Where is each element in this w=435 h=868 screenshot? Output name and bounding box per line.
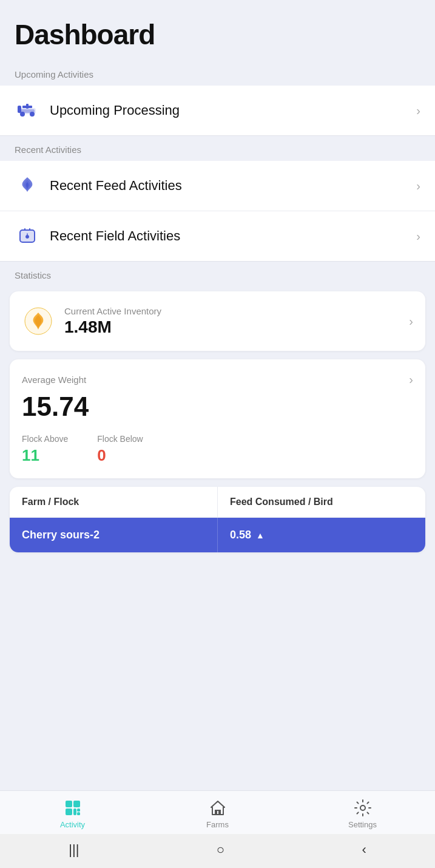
processing-icon [15,98,40,123]
nav-farms[interactable]: Farms [145,791,290,834]
recents-button[interactable]: ||| [69,842,79,858]
upcoming-processing-label: Upcoming Processing [50,103,416,118]
flock-below-stat: Flock Below 0 [97,434,143,465]
stats-section: Current Active Inventory 1.48M › Average… [0,291,435,552]
svg-rect-3 [20,109,35,113]
activity-nav-icon [63,798,83,818]
upcoming-processing-chevron: › [416,104,420,118]
svg-point-17 [360,805,365,810]
flock-below-value: 0 [97,446,143,465]
recent-feed-label: Recent Feed Activities [50,178,416,194]
weight-label: Average Weight [22,375,86,385]
col2-header: Feed Consumed / Bird [217,487,425,517]
weight-chevron: › [409,373,413,387]
svg-rect-4 [18,106,21,113]
weight-flock-stats: Flock Above 11 Flock Below 0 [22,434,413,465]
farms-nav-icon [208,798,228,818]
system-bar: ||| ○ ‹ [0,834,435,868]
inventory-label: Current Active Inventory [64,306,409,316]
flock-above-label: Flock Above [22,434,68,444]
feed-value: 0.58 [230,529,251,541]
field-icon [15,223,40,249]
recent-items-group: Recent Feed Activities › Recent Field Ac… [0,161,435,261]
svg-rect-12 [66,809,72,815]
svg-rect-15 [77,812,80,815]
flock-above-stat: Flock Above 11 [22,434,68,465]
settings-nav-icon [353,798,373,818]
upcoming-items-group: Upcoming Processing › [0,86,435,135]
svg-rect-11 [73,801,80,807]
table-header: Farm / Flock Feed Consumed / Bird [10,487,425,518]
recent-feed-chevron: › [416,179,420,193]
table-row[interactable]: Cherry sours-2 0.58 ▲ [10,518,425,552]
feed-table-card: Farm / Flock Feed Consumed / Bird Cherry… [10,487,425,552]
recent-field-chevron: › [416,229,420,243]
inventory-value: 1.48M [64,317,409,337]
settings-nav-label: Settings [348,820,377,829]
page-header: Dashboard [0,0,435,61]
flock-below-label: Flock Below [97,434,143,444]
svg-rect-13 [73,809,76,815]
flock-above-value: 11 [22,446,68,465]
svg-rect-6 [22,106,32,108]
value-cell: 0.58 ▲ [217,518,425,552]
inventory-chevron: › [409,314,413,328]
col1-header: Farm / Flock [10,487,217,517]
recent-field-label: Recent Field Activities [50,228,416,244]
inventory-content: Current Active Inventory 1.48M [64,306,409,337]
page-title: Dashboard [15,18,420,51]
svg-rect-10 [66,801,72,807]
weight-card-header: Average Weight › [22,373,413,387]
inventory-card[interactable]: Current Active Inventory 1.48M › [10,291,425,351]
nav-settings[interactable]: Settings [290,791,435,834]
main-content: Dashboard Upcoming Activities Upcoming P… [0,0,435,868]
svg-rect-14 [77,809,80,812]
recent-activities-label: Recent Activities [0,136,435,161]
weight-value: 15.74 [22,392,413,422]
weight-card[interactable]: Average Weight › 15.74 Flock Above 11 Fl… [10,359,425,478]
recent-feed-item[interactable]: Recent Feed Activities › [0,161,435,211]
back-button[interactable]: ‹ [362,842,366,858]
bottom-nav: Activity Farms Settings [0,790,435,834]
nav-activity[interactable]: Activity [0,791,145,834]
activity-nav-label: Activity [60,820,85,829]
home-button[interactable]: ○ [217,842,224,858]
recent-field-item[interactable]: Recent Field Activities › [0,211,435,261]
farm-cell: Cherry sours-2 [10,518,217,552]
trend-arrow: ▲ [256,531,265,540]
inventory-icon [22,305,55,337]
statistics-label: Statistics [0,262,435,287]
upcoming-processing-item[interactable]: Upcoming Processing › [0,86,435,135]
upcoming-activities-label: Upcoming Activities [0,61,435,86]
feed-icon [15,173,40,198]
farms-nav-label: Farms [206,820,229,829]
